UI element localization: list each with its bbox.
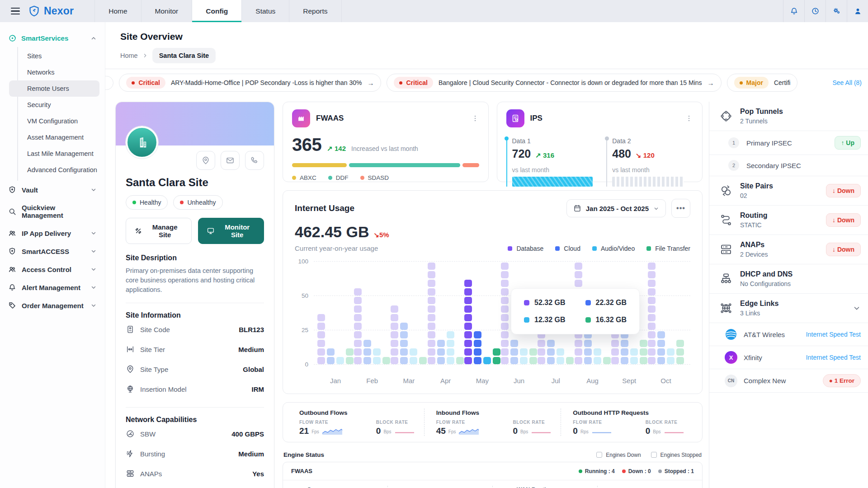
- sidebar-group-access-control[interactable]: Access Control: [0, 260, 105, 278]
- bar-cloud: [400, 323, 408, 364]
- ips-data1-note: vs last month: [512, 166, 593, 174]
- tooltip-value: 16.32 GB: [585, 316, 627, 324]
- speed-test-link[interactable]: Internet Speed Test: [806, 354, 861, 361]
- engine-legend-item: Stopped : 1: [658, 468, 694, 474]
- chevron-down-icon[interactable]: [853, 304, 861, 312]
- pin-icon: [126, 365, 135, 374]
- email-button[interactable]: [221, 151, 240, 170]
- tab-status[interactable]: Status: [241, 0, 289, 22]
- chevron-up-icon[interactable]: [90, 35, 97, 42]
- bar-database: [648, 263, 656, 364]
- tab-config[interactable]: Config: [192, 0, 241, 22]
- alert-pill[interactable]: CriticalARY-Maddi-Home-Office | POP Seco…: [119, 74, 381, 92]
- alert-pill[interactable]: MajorCertifi: [727, 74, 798, 92]
- bar-group-may: [464, 280, 500, 364]
- panel-row-routing[interactable]: RoutingSTATIC↓ Down: [709, 206, 868, 235]
- nav-utility-icons: [783, 0, 868, 22]
- panel-row-site-pairs[interactable]: Site Pairs02↓ Down: [709, 176, 868, 206]
- bar-cloud: [547, 340, 555, 364]
- fwaas-kebab-menu[interactable]: [471, 114, 479, 122]
- usage-title: Internet Usage: [295, 203, 354, 213]
- alert-pill-cut[interactable]: 2 Hrs→: [105, 76, 113, 90]
- tab-home[interactable]: Home: [94, 0, 141, 22]
- sidebar-group-vault[interactable]: Vault: [0, 181, 105, 199]
- internet-usage-card: Internet Usage Jan 2025 - Oct 2025: [283, 190, 703, 394]
- panel-row-pop-tunnels[interactable]: Pop Tunnels2 Tunnels: [709, 102, 868, 131]
- history-button[interactable]: [804, 0, 826, 22]
- status-badge: ↑ Up: [835, 136, 861, 150]
- info-row-site-type: Site TypeGlobal: [126, 359, 264, 379]
- sidebar-item-networks[interactable]: Networks: [17, 64, 99, 80]
- usage-more-button[interactable]: •••: [671, 199, 690, 218]
- bar-group-feb: [354, 288, 390, 364]
- panel-row-anaps[interactable]: ANAPs2 Devices↓ Down: [709, 235, 868, 264]
- location-button[interactable]: [196, 151, 215, 170]
- tooltip-value: 52.32 GB: [524, 299, 565, 307]
- gauge-icon: [126, 429, 135, 438]
- panel-subrow-at-t-wireles[interactable]: AT&T WirelesInternet Speed Test: [709, 323, 868, 346]
- sidebar-item-sites[interactable]: Sites: [17, 48, 99, 64]
- severity-chip: Critical: [126, 77, 165, 89]
- xfinity-logo: X: [725, 351, 737, 364]
- settings-button[interactable]: [826, 0, 847, 22]
- brand-logo[interactable]: Nexor: [20, 0, 94, 22]
- hamburger-menu-icon[interactable]: [11, 0, 20, 22]
- sidebar-item-last-mile-management[interactable]: Last Mile Management: [17, 145, 99, 162]
- ips-data2-note: vs last month: [612, 166, 693, 174]
- checkbox-engines-stopped[interactable]: Engines Stopped: [651, 452, 702, 458]
- sparkline: [664, 427, 684, 435]
- status-badge: ● 1 Error: [823, 374, 861, 387]
- sidebar-item-asset-management[interactable]: Asset Management: [17, 129, 99, 145]
- sidebar-group-quickview-management[interactable]: Quickview Management: [0, 199, 105, 224]
- bar-file-transfer: [676, 340, 684, 364]
- sidebar-item-vm-configuration[interactable]: VM Configuration: [17, 113, 99, 129]
- panel-subrow-xfinity[interactable]: XXfinityInternet Speed Test: [709, 346, 868, 369]
- profile-button[interactable]: [847, 0, 868, 22]
- legend-item-ddf: DDF: [328, 174, 349, 181]
- checkbox-box[interactable]: [596, 452, 602, 458]
- tree-icon: [719, 272, 733, 286]
- bar-audio-video: [483, 357, 491, 364]
- monitor-site-button[interactable]: Monitor Site: [198, 218, 264, 244]
- sidebar-item-remote-users[interactable]: Remote Users: [9, 80, 99, 97]
- sidebar-group-ip-app-delivery[interactable]: IP App Delivery: [0, 224, 105, 242]
- globe-icon: [126, 385, 135, 394]
- date-range-picker[interactable]: Jan 2025 - Oct 2025: [566, 199, 666, 217]
- bar-database: [391, 305, 398, 364]
- tab-reports[interactable]: Reports: [289, 0, 341, 22]
- status-badge-healthy: Healthy: [126, 195, 168, 210]
- bar-file-transfer: [529, 348, 537, 364]
- info-row-site-tier: Site TierMedium: [126, 339, 264, 359]
- sidebar-group-order-management[interactable]: Order Management: [0, 296, 105, 314]
- engine-status-filters: Engines DownEngines Stopped: [596, 452, 702, 458]
- checkbox-engines-down[interactable]: Engines Down: [596, 452, 641, 458]
- sidebar-item-security[interactable]: Security: [17, 97, 99, 113]
- smartservices-icon: [8, 34, 17, 42]
- ips-data2-value: 480: [612, 147, 631, 160]
- engine-group-name: FWAAS: [291, 468, 312, 474]
- alert-pill[interactable]: CriticalBangalore | Cloud Security Conne…: [387, 74, 721, 92]
- manage-site-button[interactable]: Manage Site: [126, 218, 192, 244]
- phone-button[interactable]: [245, 151, 264, 170]
- arrow-right-icon: →: [105, 79, 106, 87]
- sidebar-group-smartaccess[interactable]: SmartACCESS: [0, 242, 105, 260]
- sidebar-group-smartservices[interactable]: SmartServices: [0, 30, 105, 47]
- checkbox-box[interactable]: [651, 452, 657, 458]
- complex-new-logo: CN: [725, 375, 737, 387]
- engine-status-legend: Running : 4Down : 0Stopped : 1: [579, 468, 694, 474]
- tab-monitor[interactable]: Monitor: [141, 0, 192, 22]
- bolt-icon: [126, 449, 135, 458]
- panel-subrow-primary-ipsec[interactable]: 1Primary IPSEC↑ Up: [709, 131, 868, 155]
- sidebar-item-advanced-configuration[interactable]: Advanced Configuration: [17, 162, 99, 178]
- panel-row-edge-links[interactable]: Edge Links3 Links: [709, 294, 868, 323]
- see-all-link[interactable]: See All (8): [828, 75, 862, 90]
- notifications-button[interactable]: [783, 0, 804, 22]
- ips-kebab-menu[interactable]: [685, 114, 693, 122]
- sidebar-group-alert-management[interactable]: Alert Management: [0, 278, 105, 296]
- panel-row-dhcp-and-dns[interactable]: DHCP and DNSNo Configurations: [709, 264, 868, 294]
- speed-test-link[interactable]: Internet Speed Test: [806, 331, 861, 338]
- breadcrumb-home[interactable]: Home: [120, 52, 138, 59]
- panel-subrow-secondary-ipsec[interactable]: 2Secondary IPSEC: [709, 155, 868, 176]
- usage-subtitle: Current year-on-year usage: [295, 244, 378, 252]
- panel-subrow-complex-new[interactable]: CNComplex New● 1 Error: [709, 369, 868, 393]
